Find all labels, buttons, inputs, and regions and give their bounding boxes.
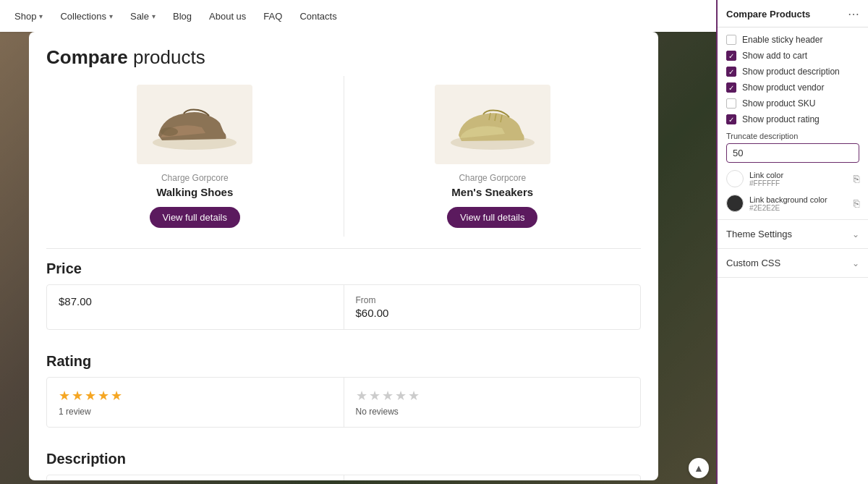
checkbox-label-product-vendor: Show product vendor <box>742 82 824 93</box>
link-bg-copy-icon[interactable]: ⎘ <box>854 198 859 209</box>
star-1-2: ★ <box>72 388 83 404</box>
nav-collections[interactable]: Collections ▾ <box>60 11 113 22</box>
checkbox-label-add-to-cart: Show add to cart <box>742 51 807 61</box>
star-1-3: ★ <box>85 388 96 404</box>
modal-body[interactable]: Charge Gorpcore Walking Shoes View full … <box>29 76 658 480</box>
price-section-title: Price <box>46 249 641 284</box>
custom-css-section[interactable]: Custom CSS ⌄ <box>718 249 868 278</box>
panel-title: Compare Products <box>726 9 810 20</box>
checkbox-product-sku[interactable] <box>726 98 736 109</box>
chevron-down-icon: ▾ <box>152 12 156 20</box>
product-col-2: Charge Gorpcore Men's Sneakers View full… <box>344 76 642 237</box>
checkbox-row-sticky-header[interactable]: Enable sticky header <box>726 35 859 45</box>
star-1-4: ★ <box>98 388 109 404</box>
product-col-1: Charge Gorpcore Walking Shoes View full … <box>46 76 344 237</box>
star-2-5: ★ <box>408 388 420 404</box>
arrow-up-icon: ▲ <box>694 462 704 474</box>
custom-css-label: Custom CSS <box>726 258 780 268</box>
review-count-2: No reviews <box>356 407 629 417</box>
nav-contacts[interactable]: Contacts <box>299 11 336 22</box>
checkbox-product-rating[interactable] <box>726 114 736 124</box>
truncate-input[interactable] <box>726 143 859 163</box>
right-panel: Compare Products ⋯ Enable sticky header … <box>716 0 868 484</box>
stars-2: ★ ★ ★ ★ ★ <box>356 388 629 404</box>
nav-faq[interactable]: FAQ <box>263 11 282 22</box>
view-details-button-2[interactable]: View full details <box>447 207 537 228</box>
products-row: Charge Gorpcore Walking Shoes View full … <box>46 76 641 249</box>
desc-cell-2: Shoes for everyday use when traveling. T… <box>344 475 641 480</box>
product-brand-1: Charge Gorpcore <box>161 173 229 183</box>
checkbox-label-product-sku: Show product SKU <box>742 98 815 109</box>
theme-settings-section[interactable]: Theme Settings ⌄ <box>718 220 868 249</box>
stars-1: ★ ★ ★ ★ ★ <box>59 388 332 404</box>
checkbox-row-product-sku[interactable]: Show product SKU <box>726 98 859 109</box>
nav-shop[interactable]: Shop ▾ <box>14 11 43 22</box>
rating-cell-1: ★ ★ ★ ★ ★ 1 review <box>47 378 344 427</box>
nav-aboutus[interactable]: About us <box>209 11 246 22</box>
panel-menu-icon[interactable]: ⋯ <box>848 7 859 21</box>
nav-blog[interactable]: Blog <box>173 11 192 22</box>
checkbox-product-description[interactable] <box>726 67 736 77</box>
link-color-text: Link color #FFFFFF <box>749 171 783 187</box>
product-name-2: Men's Sneakers <box>451 186 533 198</box>
product-image-2 <box>435 85 550 164</box>
checkbox-sticky-header[interactable] <box>726 35 736 45</box>
link-bg-color-name: Link background color <box>749 195 827 204</box>
modal-header: Compare products <box>29 32 658 76</box>
view-details-button-1[interactable]: View full details <box>150 207 240 228</box>
chevron-down-icon: ⌄ <box>852 258 859 268</box>
price-cell-2: From $60.00 <box>344 285 641 329</box>
link-bg-color-swatch[interactable] <box>726 195 744 212</box>
link-color-row: Link color #FFFFFF ⎘ <box>726 170 859 187</box>
description-row: Introducing Walking Shoes with protectiv… <box>46 475 641 480</box>
price-row: $87.00 From $60.00 <box>46 284 641 330</box>
link-color-name: Link color <box>749 171 783 179</box>
panel-checkboxes-section: Enable sticky header Show add to cart Sh… <box>718 27 868 220</box>
product-name-1: Walking Shoes <box>156 186 233 198</box>
checkbox-product-vendor[interactable] <box>726 82 736 93</box>
checkbox-add-to-cart[interactable] <box>726 51 736 61</box>
rating-cell-2: ★ ★ ★ ★ ★ No reviews <box>344 378 641 427</box>
link-color-hex: #FFFFFF <box>749 179 783 187</box>
svg-point-1 <box>161 127 178 136</box>
product-image-1 <box>137 85 252 164</box>
modal-title: Compare products <box>46 46 641 69</box>
star-2-2: ★ <box>369 388 380 404</box>
chevron-down-icon: ▾ <box>109 12 113 20</box>
panel-header: Compare Products ⋯ <box>718 0 868 27</box>
link-color-swatch[interactable] <box>726 170 744 187</box>
compare-modal: Compare products Charge Gorpcore Walking… <box>29 32 658 480</box>
scroll-to-top-button[interactable]: ▲ <box>689 458 709 478</box>
link-bg-color-row: Link background color #2E2E2E ⎘ <box>726 195 859 212</box>
desc-cell-1: Introducing Walking Shoes with protectiv… <box>47 475 344 480</box>
star-2-3: ★ <box>382 388 393 404</box>
link-color-info: Link color #FFFFFF <box>726 170 783 187</box>
theme-settings-label: Theme Settings <box>726 229 792 239</box>
product-brand-2: Charge Gorpcore <box>459 173 526 183</box>
checkbox-label-product-description: Show product description <box>742 67 840 77</box>
star-1-5: ★ <box>111 388 122 404</box>
checkbox-label-sticky-header: Enable sticky header <box>742 35 822 45</box>
star-1-1: ★ <box>59 388 70 404</box>
price-cell-1: $87.00 <box>47 285 344 329</box>
truncate-field-group: Truncate description <box>726 132 859 163</box>
nav-sale[interactable]: Sale ▾ <box>130 11 156 22</box>
link-bg-color-text: Link background color #2E2E2E <box>749 195 827 212</box>
link-color-copy-icon[interactable]: ⎘ <box>854 173 859 184</box>
link-bg-color-info: Link background color #2E2E2E <box>726 195 827 212</box>
checkbox-row-product-rating[interactable]: Show product rating <box>726 114 859 124</box>
checkbox-row-product-description[interactable]: Show product description <box>726 67 859 77</box>
chevron-down-icon: ⌄ <box>852 229 859 239</box>
checkbox-label-product-rating: Show product rating <box>742 114 820 124</box>
description-section-title: Description <box>46 439 641 475</box>
star-2-1: ★ <box>356 388 367 404</box>
truncate-label: Truncate description <box>726 132 859 140</box>
checkbox-row-add-to-cart[interactable]: Show add to cart <box>726 51 859 61</box>
checkbox-row-product-vendor[interactable]: Show product vendor <box>726 82 859 93</box>
link-bg-color-hex: #2E2E2E <box>749 204 827 212</box>
star-2-4: ★ <box>395 388 407 404</box>
rating-section-title: Rating <box>46 341 641 377</box>
chevron-down-icon: ▾ <box>39 12 43 20</box>
review-count-1: 1 review <box>59 407 332 417</box>
rating-row: ★ ★ ★ ★ ★ 1 review ★ ★ ★ ★ ★ No reviews <box>46 377 641 428</box>
